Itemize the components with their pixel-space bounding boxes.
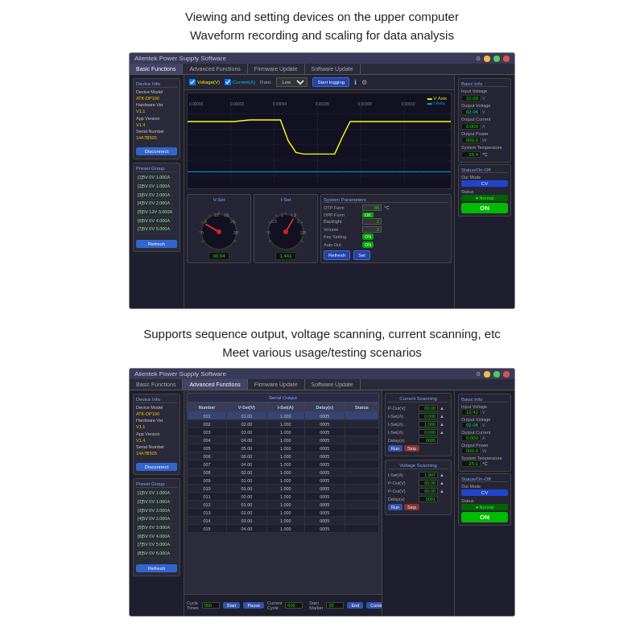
table-row[interactable]: 00303.001.0000005: [188, 428, 379, 436]
tab2-basic-functions[interactable]: Basic Functions: [130, 379, 183, 390]
preset-item-3[interactable]: [4]5V 0V 2.000A: [136, 200, 177, 208]
i-set-a2-input[interactable]: [419, 421, 438, 427]
end-btn[interactable]: End: [347, 602, 363, 609]
preset2-3[interactable]: [4]5V 0V 2.000A: [136, 515, 177, 524]
vs-run-btn[interactable]: Run: [388, 504, 402, 510]
minimize-btn-2[interactable]: [484, 371, 490, 378]
minimize-btn[interactable]: [484, 56, 490, 62]
current-check-input[interactable]: [225, 79, 231, 85]
start-btn[interactable]: Start: [223, 602, 241, 609]
table-row[interactable]: 00202.001.0000005: [188, 420, 379, 428]
vs-stop-btn[interactable]: Stop: [404, 504, 419, 510]
vs-i-set-stepper[interactable]: ▲: [440, 473, 444, 477]
preset2-1[interactable]: [2]5V 0V 1.000A: [136, 498, 177, 507]
output-voltage-value: 02.06: [461, 109, 481, 115]
p-out-v-input[interactable]: [419, 405, 438, 411]
preset-item-6[interactable]: [7]5V 0V 5.000A: [136, 225, 177, 234]
rate-select[interactable]: Low Mid High: [276, 77, 308, 87]
preset2-2[interactable]: [3]5V 0V 2.000A: [136, 507, 177, 516]
i-set-a3-input[interactable]: [419, 429, 438, 436]
current-cycle-input[interactable]: [285, 602, 303, 609]
table-row[interactable]: 00704.001.0000005: [188, 460, 379, 469]
vs-p-out-v1-stepper[interactable]: ▲: [440, 481, 444, 485]
cs-run-btn[interactable]: Run: [388, 445, 402, 452]
preset-item-0[interactable]: [1]5V 0V 1.000A: [136, 174, 177, 183]
start-marker-input[interactable]: [326, 602, 344, 609]
vs-i-set-input[interactable]: [419, 472, 438, 478]
tab2-software-update[interactable]: Software Update: [305, 379, 361, 390]
settings-icon-2[interactable]: ⚙: [361, 79, 367, 86]
cs-stop-btn[interactable]: Stop: [404, 445, 419, 452]
preset2-0[interactable]: [1]5V 0V 1.000A: [136, 489, 177, 498]
settings-icon[interactable]: ⚙: [476, 56, 481, 62]
table-row[interactable]: 00606.001.0000005: [188, 452, 379, 460]
vs-p-out-v2-stepper[interactable]: ▲: [440, 489, 444, 493]
info-icon[interactable]: ℹ: [354, 79, 357, 86]
tab-advanced-functions[interactable]: Advanced Functions: [183, 64, 247, 74]
key-setting-toggle[interactable]: ON: [362, 233, 374, 240]
current-checkbox[interactable]: Current(A): [225, 79, 255, 85]
vs-p-out-v2-input[interactable]: [419, 488, 438, 494]
refresh-btn-1[interactable]: Refresh: [136, 240, 177, 248]
disconnect-btn-2[interactable]: Disconnect: [136, 463, 177, 471]
table-row[interactable]: 00901.001.0000005: [188, 477, 379, 485]
table-row[interactable]: 01302.001.0000005: [188, 509, 379, 517]
app-version-label: App Version: [136, 116, 177, 122]
serial-number-value: 14A7B505: [136, 135, 177, 141]
device-model-value: ATK-DP100: [136, 96, 177, 101]
tab2-firmware-update[interactable]: Firmware Update: [248, 379, 305, 390]
preset2-5[interactable]: [6]5V 0V 4.000A: [136, 533, 177, 542]
on-toggle-2[interactable]: ON: [461, 512, 508, 522]
maximize-btn[interactable]: [493, 56, 500, 62]
vs-p-out-v1-input[interactable]: [419, 480, 438, 486]
cs-delay-input[interactable]: [419, 437, 438, 444]
voltage-check-input[interactable]: [189, 79, 196, 85]
preset2-7[interactable]: [8]5V 0V 6.000A: [136, 550, 177, 559]
preset2-6[interactable]: [7]5V 0V 5.000A: [136, 541, 177, 550]
tab-software-update[interactable]: Software Update: [305, 64, 361, 74]
start-logging-btn[interactable]: Start logging: [312, 77, 349, 87]
i-set-a1-stepper[interactable]: ▲: [440, 414, 444, 419]
close-btn-2[interactable]: [503, 371, 510, 378]
tab-basic-functions[interactable]: Basic Functions: [130, 64, 183, 74]
table-row[interactable]: 01001.001.0000005: [188, 485, 379, 493]
refresh-sys-btn[interactable]: Refresh: [324, 250, 350, 260]
cycle-times-input[interactable]: [202, 602, 220, 609]
tab-firmware-update[interactable]: Firmware Update: [248, 64, 305, 74]
table-row[interactable]: 00802.001.0000005: [188, 469, 379, 477]
on-toggle-1[interactable]: ON: [461, 203, 508, 213]
close-btn[interactable]: [503, 56, 510, 62]
set-sys-btn[interactable]: Set: [353, 250, 370, 260]
otp-input[interactable]: [362, 204, 382, 211]
maximize-btn-2[interactable]: [493, 371, 500, 378]
i-set-a1-input[interactable]: [419, 413, 438, 419]
backlight-input[interactable]: [362, 218, 382, 225]
preset2-4[interactable]: [5]5V 0V 3.000A: [136, 524, 177, 533]
preset-item-4[interactable]: [5]5V 12V 3.000A: [136, 208, 177, 217]
settings-icon-3[interactable]: ⚙: [476, 371, 481, 378]
table-row[interactable]: 00505.001.0000005: [188, 444, 379, 452]
continue-btn[interactable]: Continue: [366, 602, 382, 609]
p-out-v-stepper[interactable]: ▲: [440, 406, 444, 411]
i-set-a3-stepper[interactable]: ▲: [440, 430, 444, 435]
disconnect-btn[interactable]: Disconnect: [136, 147, 177, 155]
pause-btn[interactable]: Pause: [243, 602, 264, 609]
refresh-btn-2[interactable]: Refresh: [136, 564, 177, 572]
preset-item-1[interactable]: [2]5V 0V 1.000A: [136, 183, 177, 192]
auto-out-toggle[interactable]: ON: [362, 242, 374, 248]
status-label-1: Status: [461, 189, 508, 194]
table-row[interactable]: 01504.001.0000005: [188, 525, 379, 533]
table-row[interactable]: 01201.001.0000005: [188, 501, 379, 509]
table-row[interactable]: 00404.001.0000005: [188, 436, 379, 444]
serial-table-scroll[interactable]: Number V-Set(V) I-Set(A) Delay(s) Status…: [187, 402, 379, 551]
tab2-advanced-functions[interactable]: Advanced Functions: [183, 379, 247, 390]
i-set-a2-stepper[interactable]: ▲: [440, 422, 444, 427]
volume-input[interactable]: [362, 226, 382, 233]
table-row[interactable]: 00101.001.0000005: [188, 412, 379, 420]
preset-item-2[interactable]: [3]5V 0V 2.000A: [136, 192, 177, 200]
table-row[interactable]: 01100.001.0000005: [188, 493, 379, 501]
table-row[interactable]: 01403.001.0000005: [188, 517, 379, 525]
vs-delay-input[interactable]: [419, 496, 438, 502]
voltage-checkbox[interactable]: Voltage(V): [189, 79, 220, 85]
preset-item-5[interactable]: [6]5V 0V 4.000A: [136, 217, 177, 226]
